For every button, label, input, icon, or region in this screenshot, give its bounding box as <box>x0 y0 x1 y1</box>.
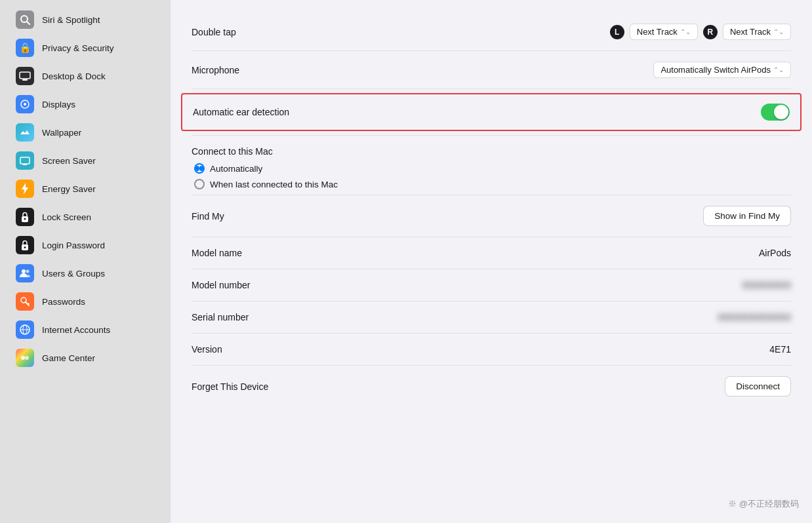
internet-accounts-icon <box>16 320 34 339</box>
sidebar-item-label: Game Center <box>42 353 95 363</box>
find-my-label: Find My <box>192 211 224 222</box>
svg-line-1 <box>27 22 30 24</box>
sidebar-item-lock-screen[interactable]: Lock Screen <box>5 203 165 231</box>
sidebar-item-label: Wallpaper <box>42 128 81 138</box>
sidebar-item-siri-spotlight[interactable]: Siri & Spotlight <box>5 6 165 33</box>
svg-line-16 <box>28 303 29 304</box>
left-badge: L <box>610 25 624 39</box>
ear-detection-toggle[interactable] <box>761 104 790 121</box>
watermark: ※ @不正经朋数码 <box>728 498 799 510</box>
ear-detection-row: Automatic ear detection <box>181 93 802 131</box>
microphone-label: Microphone <box>192 65 239 75</box>
microphone-dropdown[interactable]: Automatically Switch AirPods ⌃⌄ <box>653 62 791 78</box>
sidebar-item-privacy-security[interactable]: 🔒 Privacy & Security <box>5 34 165 62</box>
passwords-icon <box>16 292 34 311</box>
left-track-dropdown[interactable]: Next Track ⌃⌄ <box>630 24 698 40</box>
sidebar-item-internet-accounts[interactable]: Internet Accounts <box>5 316 165 343</box>
sidebar-item-label: Login Password <box>42 241 105 250</box>
svg-rect-6 <box>20 157 30 164</box>
screen-saver-icon <box>16 151 34 170</box>
microphone-row: Microphone Automatically Switch AirPods … <box>192 51 791 89</box>
ear-detection-label: Automatic ear detection <box>193 107 289 117</box>
chevron-up-down-icon: ⌃⌄ <box>680 28 691 35</box>
main-content: Double tap L Next Track ⌃⌄ R Next Track … <box>171 0 812 523</box>
right-track-dropdown[interactable]: Next Track ⌃⌄ <box>723 24 791 40</box>
serial-number-row: Serial number XXXXXXXXXXXX <box>192 301 791 334</box>
svg-point-13 <box>26 270 30 273</box>
login-password-icon <box>16 236 34 254</box>
connect-section: Connect to this Mac Automatically When l… <box>192 136 791 195</box>
desktop-dock-icon <box>16 67 34 85</box>
sidebar-item-displays[interactable]: Displays <box>5 90 165 118</box>
svg-rect-3 <box>22 79 28 81</box>
svg-point-20 <box>21 356 25 360</box>
svg-point-12 <box>22 269 26 273</box>
disconnect-button[interactable]: Disconnect <box>725 376 791 397</box>
svg-rect-7 <box>23 164 27 165</box>
energy-saver-icon <box>16 180 34 198</box>
sidebar-item-users-groups[interactable]: Users & Groups <box>5 260 165 287</box>
users-groups-icon <box>16 264 34 282</box>
svg-point-11 <box>24 246 26 248</box>
forget-device-row: Forget This Device Disconnect <box>192 366 791 407</box>
model-number-row: Model number XXXXXXXX <box>192 269 791 301</box>
sidebar-item-label: Passwords <box>42 297 85 307</box>
sidebar-item-label: Users & Groups <box>42 269 105 279</box>
chevron-up-down-icon-2: ⌃⌄ <box>773 28 784 35</box>
chevron-icon: ⌃⌄ <box>773 66 784 73</box>
serial-number-value: XXXXXXXXXXXX <box>718 312 791 322</box>
show-in-find-my-button[interactable]: Show in Find My <box>703 206 791 226</box>
radio-last-connected[interactable]: When last connected to this Mac <box>194 179 791 189</box>
wallpaper-icon <box>16 123 34 142</box>
svg-point-9 <box>24 218 26 220</box>
sidebar-item-wallpaper[interactable]: Wallpaper <box>5 119 165 146</box>
siri-spotlight-icon <box>16 10 34 29</box>
version-label: Version <box>192 344 222 355</box>
radio-label-auto: Automatically <box>210 164 262 174</box>
version-row: Version 4E71 <box>192 334 791 366</box>
sidebar-item-energy-saver[interactable]: Energy Saver <box>5 175 165 203</box>
model-name-row: Model name AirPods <box>192 237 791 269</box>
sidebar-item-game-center[interactable]: Game Center <box>5 344 165 372</box>
sidebar-item-label: Desktop & Dock <box>42 71 106 81</box>
displays-icon <box>16 95 34 113</box>
radio-circle-last <box>194 179 205 189</box>
sidebar-item-login-password[interactable]: Login Password <box>5 231 165 259</box>
serial-number-label: Serial number <box>192 312 249 322</box>
svg-point-21 <box>25 356 29 360</box>
lock-screen-icon <box>16 208 34 226</box>
double-tap-controls: L Next Track ⌃⌄ R Next Track ⌃⌄ <box>610 24 791 40</box>
radio-circle-auto <box>194 163 205 174</box>
sidebar-item-label: Lock Screen <box>42 212 91 222</box>
connect-title: Connect to this Mac <box>192 146 791 157</box>
game-center-icon <box>16 349 34 367</box>
model-number-label: Model number <box>192 280 251 290</box>
sidebar: Siri & Spotlight 🔒 Privacy & Security De… <box>0 0 171 523</box>
model-name-label: Model name <box>192 248 242 258</box>
double-tap-row: Double tap L Next Track ⌃⌄ R Next Track … <box>192 13 791 51</box>
forget-device-label: Forget This Device <box>192 381 268 392</box>
privacy-security-icon: 🔒 <box>16 39 34 57</box>
sidebar-item-label: Displays <box>42 100 75 109</box>
sidebar-item-label: Privacy & Security <box>42 43 114 53</box>
sidebar-item-label: Siri & Spotlight <box>42 15 100 25</box>
sidebar-item-screen-saver[interactable]: Screen Saver <box>5 147 165 174</box>
svg-rect-2 <box>20 72 30 79</box>
find-my-row: Find My Show in Find My <box>192 195 791 237</box>
right-badge: R <box>703 25 718 39</box>
version-value: 4E71 <box>769 344 791 355</box>
sidebar-item-label: Screen Saver <box>42 156 96 166</box>
sidebar-item-passwords[interactable]: Passwords <box>5 288 165 315</box>
radio-automatically[interactable]: Automatically <box>194 163 791 174</box>
double-tap-label: Double tap <box>192 27 236 37</box>
model-name-value: AirPods <box>759 248 791 258</box>
sidebar-item-label: Internet Accounts <box>42 325 110 335</box>
sidebar-item-desktop-dock[interactable]: Desktop & Dock <box>5 62 165 90</box>
sidebar-item-label: Energy Saver <box>42 184 96 194</box>
model-number-value: XXXXXXXX <box>742 280 791 290</box>
radio-group: Automatically When last connected to thi… <box>192 163 791 189</box>
svg-point-5 <box>24 103 26 106</box>
radio-label-last: When last connected to this Mac <box>210 180 338 189</box>
